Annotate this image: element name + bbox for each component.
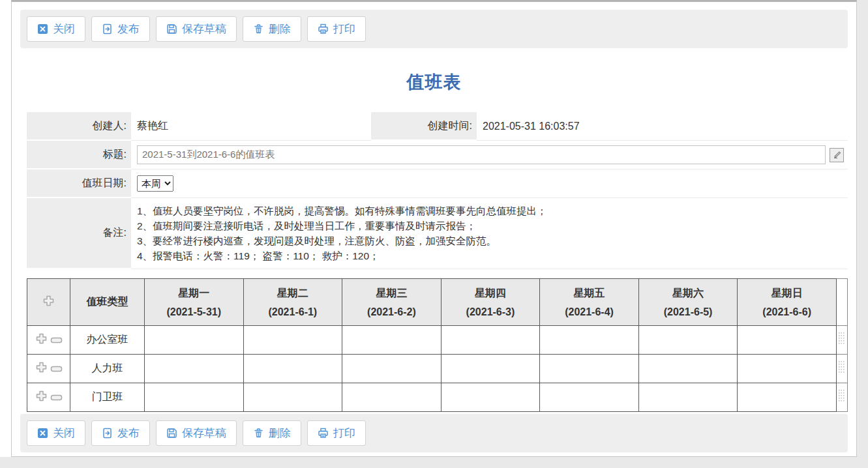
- duty-cell-r2-c4[interactable]: [441, 355, 540, 383]
- duty-cell-r1-c2[interactable]: [243, 326, 342, 355]
- close-button-label: 关闭: [53, 426, 75, 441]
- duty-type-cell: 办公室班: [70, 326, 145, 355]
- plus-icon: [35, 361, 48, 376]
- save-icon: [166, 428, 177, 439]
- save-draft-button[interactable]: 保存草稿: [156, 420, 237, 446]
- creator-label: 创建人:: [27, 112, 131, 141]
- duty-cell-r1-c1[interactable]: [145, 326, 244, 355]
- minus-icon: [50, 334, 63, 346]
- save-icon: [166, 23, 177, 35]
- publish-button-label: 发布: [117, 22, 140, 37]
- edit-title-button[interactable]: [830, 148, 844, 162]
- remarks-line-4: 4、报警电话：火警：119； 盗警：110； 救护：120；: [137, 248, 848, 263]
- add-row-button[interactable]: [35, 332, 48, 347]
- print-button-label: 打印: [333, 426, 355, 441]
- drag-handle[interactable]: [837, 355, 848, 383]
- add-row-button[interactable]: [35, 361, 48, 376]
- remarks-line-1: 1、值班人员要坚守岗位，不许脱岗，提高警惕。如有特殊事情需调班要事先向总值班提出…: [137, 203, 848, 218]
- remarks-text: 1、值班人员要坚守岗位，不许脱岗，提高警惕。如有特殊事情需调班要事先向总值班提出…: [131, 198, 848, 269]
- save-draft-button[interactable]: 保存草稿: [156, 16, 237, 42]
- drag-dots-icon: [839, 364, 845, 375]
- duty-cell-r1-c4[interactable]: [441, 326, 540, 355]
- duty-cell-r2-c5[interactable]: [540, 355, 639, 383]
- day-header-5: 星期五(2021-6-4): [540, 279, 639, 326]
- delete-button[interactable]: 删除: [243, 420, 301, 446]
- title-input[interactable]: [137, 145, 826, 164]
- remove-row-button[interactable]: [50, 392, 63, 403]
- close-button[interactable]: 关闭: [27, 16, 85, 42]
- duty-cell-r2-c3[interactable]: [342, 355, 441, 383]
- minus-icon: [50, 363, 63, 375]
- created-time-label: 创建时间:: [371, 112, 477, 141]
- day-header-1: 星期一(2021-5-31): [145, 279, 244, 326]
- add-row-button[interactable]: [35, 390, 48, 405]
- duty-cell-r3-c2[interactable]: [243, 383, 342, 412]
- print-button[interactable]: 打印: [307, 420, 366, 446]
- title-label: 标题:: [27, 141, 131, 169]
- duty-date-cell: 本周: [131, 169, 848, 198]
- remarks-line-2: 2、值班期间要注意接听电话，及时处理当日工作，重要事情及时请示报告；: [137, 218, 848, 233]
- duty-cell-r2-c6[interactable]: [638, 355, 738, 383]
- day-header-6: 星期六(2021-6-5): [638, 279, 738, 326]
- delete-button-label: 删除: [269, 426, 291, 441]
- publish-button[interactable]: 发布: [91, 16, 150, 42]
- plus-icon: [35, 390, 48, 405]
- duty-cell-r1-c7[interactable]: [738, 326, 837, 355]
- drag-dots-icon: [839, 393, 845, 404]
- duty-cell-r2-c7[interactable]: [738, 355, 837, 383]
- remarks-line-3: 3、要经常进行楼内巡查，发现问题及时处理，注意防火、防盗，加强安全防范。: [137, 233, 848, 248]
- remove-row-button[interactable]: [50, 334, 63, 346]
- duty-cell-r3-c7[interactable]: [738, 383, 837, 412]
- save-draft-button-label: 保存草稿: [182, 22, 226, 37]
- minus-icon: [50, 392, 63, 403]
- duty-form: 创建人: 蔡艳红 创建时间: 2021-05-31 16:03:57 标题: 值…: [27, 112, 848, 269]
- duty-cell-r3-c5[interactable]: [540, 383, 639, 412]
- day-header-2: 星期二(2021-6-1): [243, 279, 342, 326]
- table-row: 人力班: [27, 355, 848, 383]
- duty-cell-r2-c2[interactable]: [243, 355, 342, 383]
- toolbar-bottom: 关闭发布保存草稿删除打印: [20, 414, 848, 452]
- day-header-4: 星期四(2021-6-3): [441, 279, 540, 326]
- creator-value: 蔡艳红: [131, 112, 371, 141]
- duty-cell-r3-c3[interactable]: [342, 383, 441, 412]
- duty-cell-r1-c5[interactable]: [540, 326, 639, 355]
- delete-button-label: 删除: [269, 22, 291, 37]
- print-icon: [318, 428, 329, 439]
- publish-icon: [102, 23, 113, 35]
- day-header-7: 星期日(2021-6-6): [738, 279, 837, 326]
- duty-roster-panel: 关闭发布保存草稿删除打印 值班表 创建人: 蔡艳红 创建时间: 2021-05-…: [11, 0, 857, 457]
- table-row: 办公室班: [27, 326, 848, 355]
- remove-row-button[interactable]: [50, 363, 63, 375]
- remarks-label: 备注:: [27, 198, 131, 269]
- day-header-3: 星期三(2021-6-2): [342, 279, 441, 326]
- delete-button[interactable]: 删除: [243, 16, 301, 42]
- duty-cell-r3-c4[interactable]: [441, 383, 540, 412]
- delete-icon: [253, 428, 264, 439]
- publish-button-label: 发布: [117, 426, 140, 441]
- drag-handle[interactable]: [837, 326, 848, 355]
- duty-type-cell: 人力班: [70, 355, 145, 383]
- save-draft-button-label: 保存草稿: [182, 426, 226, 441]
- print-button-label: 打印: [333, 22, 355, 37]
- pencil-icon: [833, 149, 841, 161]
- close-button-label: 关闭: [53, 22, 75, 37]
- duty-cell-r2-c1[interactable]: [145, 355, 244, 383]
- duty-type-header: 值班类型: [70, 279, 145, 326]
- print-button[interactable]: 打印: [307, 16, 366, 42]
- handle-column-header: [837, 279, 848, 326]
- table-add-row-button[interactable]: [42, 295, 55, 310]
- close-button[interactable]: 关闭: [27, 420, 85, 446]
- delete-icon: [253, 23, 264, 35]
- duty-cell-r1-c3[interactable]: [342, 326, 441, 355]
- drag-handle[interactable]: [837, 383, 848, 412]
- duty-cell-r1-c6[interactable]: [638, 326, 738, 355]
- created-time-value: 2021-05-31 16:03:57: [477, 112, 848, 141]
- publish-button[interactable]: 发布: [91, 420, 150, 446]
- duty-date-label: 值班日期:: [27, 169, 131, 198]
- drag-dots-icon: [839, 336, 845, 347]
- duty-cell-r3-c6[interactable]: [638, 383, 738, 412]
- duty-cell-r3-c1[interactable]: [145, 383, 244, 412]
- title-field-cell: [131, 141, 848, 169]
- duty-date-select[interactable]: 本周: [137, 175, 173, 192]
- duty-type-cell: 门卫班: [70, 383, 145, 412]
